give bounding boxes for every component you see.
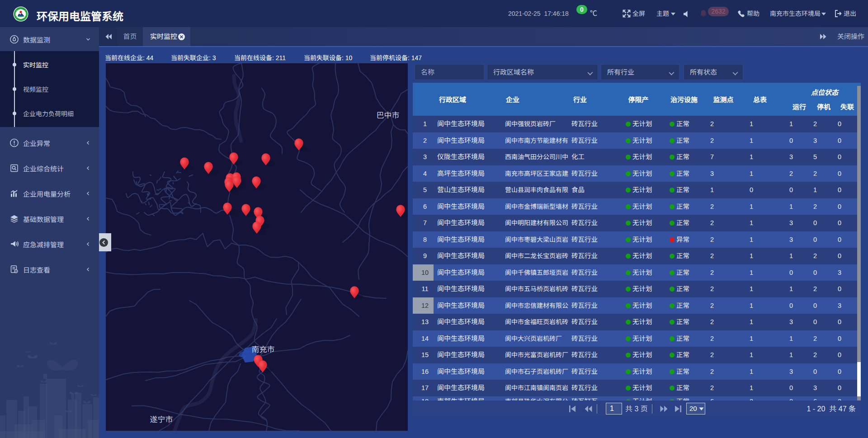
svg-text:巴中市: 巴中市 bbox=[377, 111, 400, 120]
svg-text:遂宁市: 遂宁市 bbox=[150, 415, 173, 424]
svg-text:南充市: 南充市 bbox=[252, 345, 275, 354]
